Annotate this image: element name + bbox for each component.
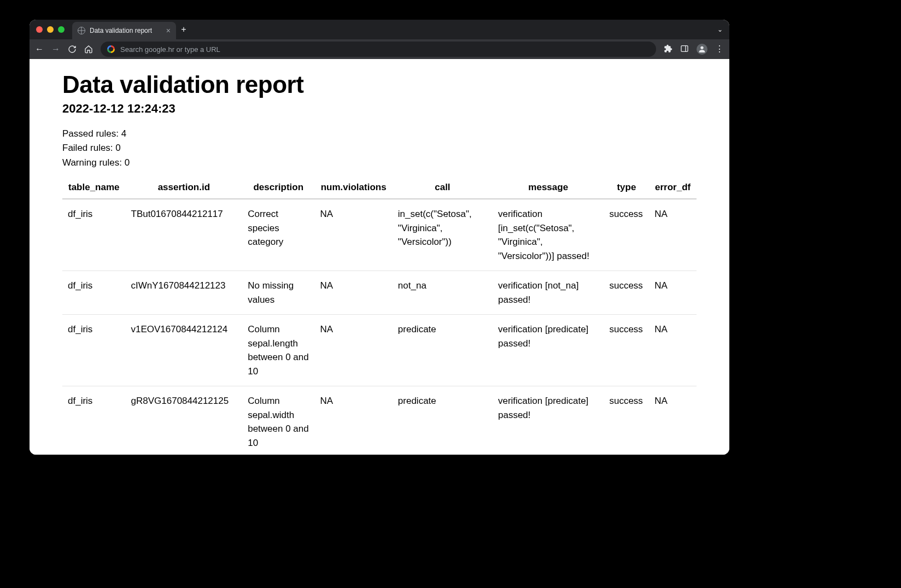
cell-num-violations: NA <box>314 386 392 455</box>
cell-message: verification [not_na] passed! <box>493 271 604 315</box>
table-header: table_name assertion.id description num.… <box>62 178 697 199</box>
cell-table-name: df_iris <box>62 271 126 315</box>
extensions-icon[interactable] <box>664 44 672 55</box>
tab-close-icon[interactable]: × <box>166 27 171 34</box>
side-panel-icon[interactable] <box>680 44 689 55</box>
cell-num-violations: NA <box>314 271 392 315</box>
cell-type: success <box>604 315 649 386</box>
table-row: df_iris gR8VG1670844212125 Column sepal.… <box>62 386 697 455</box>
browser-tab[interactable]: Data validation report × <box>72 22 176 39</box>
svg-point-2 <box>700 46 703 49</box>
google-icon <box>107 45 115 53</box>
cell-message: verification [in_set(c("Setosa", "Virgin… <box>493 199 604 271</box>
col-message: message <box>493 178 604 199</box>
cell-call: not_na <box>393 271 493 315</box>
window-close-button[interactable] <box>36 26 43 33</box>
cell-call: predicate <box>393 386 493 455</box>
warning-rules-count: Warning rules: 0 <box>62 156 697 170</box>
menu-kebab-icon[interactable]: ⋮ <box>715 45 724 54</box>
cell-table-name: df_iris <box>62 386 126 455</box>
cell-num-violations: NA <box>314 199 392 271</box>
address-bar-placeholder: Search google.hr or type a URL <box>120 45 220 54</box>
cell-description: No missing values <box>242 271 314 315</box>
table-body: df_iris TBut01670844212117 Correct speci… <box>62 199 697 455</box>
cell-type: success <box>604 271 649 315</box>
cell-message: verification [predicate] passed! <box>493 386 604 455</box>
window-zoom-button[interactable] <box>58 26 65 33</box>
browser-toolbar: ← → Search google.hr or type a URL ⋮ <box>30 39 729 59</box>
svg-rect-0 <box>681 45 688 51</box>
cell-assertion-id: v1EOV1670844212124 <box>126 315 243 386</box>
cell-type: success <box>604 386 649 455</box>
window-controls <box>36 26 65 33</box>
cell-assertion-id: TBut01670844212117 <box>126 199 243 271</box>
reload-button[interactable] <box>68 45 77 54</box>
col-description: description <box>242 178 314 199</box>
cell-error-df: NA <box>649 315 697 386</box>
cell-description: Correct species category <box>242 199 314 271</box>
address-bar[interactable]: Search google.hr or type a URL <box>101 42 656 57</box>
cell-table-name: df_iris <box>62 199 126 271</box>
col-table-name: table_name <box>62 178 126 199</box>
table-row: df_iris v1EOV1670844212124 Column sepal.… <box>62 315 697 386</box>
tabs-dropdown-icon[interactable]: ⌄ <box>717 26 723 33</box>
summary-block: Passed rules: 4 Failed rules: 0 Warning … <box>62 127 697 170</box>
cell-description: Column sepal.length between 0 and 10 <box>242 315 314 386</box>
validation-table: table_name assertion.id description num.… <box>62 178 697 455</box>
cell-assertion-id: gR8VG1670844212125 <box>126 386 243 455</box>
col-type: type <box>604 178 649 199</box>
cell-assertion-id: cIWnY1670844212123 <box>126 271 243 315</box>
back-button[interactable]: ← <box>35 45 44 54</box>
tab-title: Data validation report <box>90 27 152 34</box>
passed-rules-count: Passed rules: 4 <box>62 127 697 141</box>
globe-icon <box>78 27 85 34</box>
cell-error-df: NA <box>649 271 697 315</box>
cell-error-df: NA <box>649 386 697 455</box>
cell-call: predicate <box>393 315 493 386</box>
page-content: Data validation report 2022-12-12 12:24:… <box>30 59 729 455</box>
new-tab-button[interactable]: + <box>176 25 191 34</box>
cell-call: in_set(c("Setosa", "Virginica", "Versico… <box>393 199 493 271</box>
col-num-violations: num.violations <box>314 178 392 199</box>
report-timestamp: 2022-12-12 12:24:23 <box>62 102 697 116</box>
cell-table-name: df_iris <box>62 315 126 386</box>
titlebar: Data validation report × + ⌄ <box>30 20 729 39</box>
cell-num-violations: NA <box>314 315 392 386</box>
profile-avatar[interactable] <box>697 44 707 55</box>
table-row: df_iris cIWnY1670844212123 No missing va… <box>62 271 697 315</box>
home-button[interactable] <box>84 45 93 54</box>
col-assertion-id: assertion.id <box>126 178 243 199</box>
cell-description: Column sepal.width between 0 and 10 <box>242 386 314 455</box>
cell-message: verification [predicate] passed! <box>493 315 604 386</box>
browser-window: Data validation report × + ⌄ ← → Search … <box>30 20 729 455</box>
forward-button[interactable]: → <box>51 45 60 54</box>
page-title: Data validation report <box>62 71 697 98</box>
window-minimize-button[interactable] <box>47 26 54 33</box>
col-error-df: error_df <box>649 178 697 199</box>
cell-type: success <box>604 199 649 271</box>
col-call: call <box>393 178 493 199</box>
failed-rules-count: Failed rules: 0 <box>62 141 697 155</box>
table-row: df_iris TBut01670844212117 Correct speci… <box>62 199 697 271</box>
cell-error-df: NA <box>649 199 697 271</box>
